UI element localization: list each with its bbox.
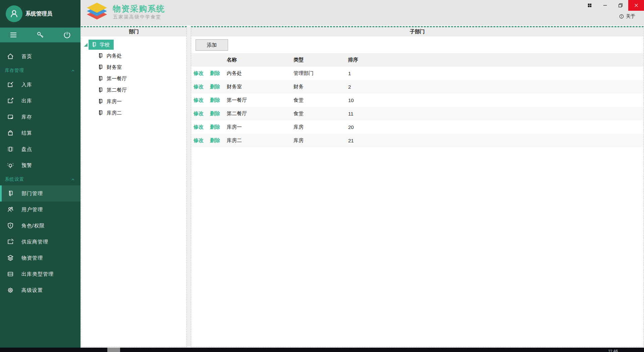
close-button[interactable] (628, 0, 644, 11)
delete-link[interactable]: 删除 (210, 137, 220, 144)
edit-link[interactable]: 修改 (194, 84, 204, 90)
sidebar-item[interactable]: 用户管理 (0, 202, 80, 218)
delete-link[interactable]: 删除 (210, 70, 220, 77)
add-button[interactable]: 添加 (196, 39, 228, 51)
cell-type: 库房 (293, 137, 348, 144)
delete-link[interactable]: 删除 (210, 124, 220, 130)
sidebar-item[interactable]: 库存 (0, 109, 80, 125)
chevron-up-icon (71, 177, 75, 182)
cell-sort: 2 (348, 84, 643, 90)
delete-link[interactable]: 删除 (210, 111, 220, 117)
restore-button[interactable] (613, 0, 628, 11)
power-icon (63, 31, 71, 39)
tree-node[interactable]: 库房一 (81, 96, 186, 107)
door-icon (7, 190, 14, 197)
app-window: 系统管理员 首页 库存管理 (0, 0, 644, 348)
layers-icon (7, 254, 14, 262)
cell-name: 库房一 (227, 124, 293, 130)
department-tree: 学校 内务处 财务室 第一餐厅 (81, 36, 186, 119)
tree-node-root[interactable]: 学校 (89, 40, 114, 50)
door-icon (97, 52, 104, 59)
sidebar-item-label: 结算 (21, 130, 32, 136)
tree-node[interactable]: 财务室 (81, 61, 186, 73)
grid-button[interactable] (582, 0, 597, 11)
tree-expander-icon[interactable] (84, 43, 88, 47)
tree-node[interactable]: 第一餐厅 (81, 73, 186, 84)
tree-node[interactable]: 库房二 (81, 107, 186, 119)
table-row: 修改 删除 第二餐厅 食堂 11 (191, 107, 643, 120)
tree-node[interactable]: 内务处 (81, 50, 186, 61)
home-icon (7, 53, 14, 60)
sidebar-item[interactable]: 角色/权限 (0, 218, 80, 234)
sidebar-item-label: 高级设置 (21, 287, 43, 294)
lock-button[interactable] (34, 28, 47, 42)
sidebar-item-label: 首页 (21, 53, 32, 60)
table-body: 修改 删除 内务处 管理部门 1 修改 删除 财务室 财 (191, 67, 643, 147)
sidebar-group-label: 库存管理 (5, 68, 24, 74)
outtype-icon (7, 270, 14, 278)
column-name: 名称 (227, 57, 293, 63)
tree-node-label: 财务室 (107, 64, 122, 71)
sidebar-toolbar (0, 28, 80, 42)
delete-link[interactable]: 删除 (210, 84, 220, 90)
sidebar-item[interactable]: 物资管理 (0, 250, 80, 266)
edit-link[interactable]: 修改 (194, 124, 204, 130)
close-icon (634, 3, 639, 8)
sidebar-group-inventory[interactable]: 库存管理 (0, 64, 80, 77)
sidebar-item-label: 物资管理 (21, 255, 43, 261)
sidebar-item[interactable]: 供应商管理 (0, 234, 80, 250)
sidebar-item[interactable]: 盘点 (0, 141, 80, 157)
sidebar-item-label: 出库类型管理 (21, 271, 54, 277)
content-area: 部门 学校 内务处 财务室 (80, 26, 644, 348)
cell-type: 食堂 (293, 111, 348, 117)
settle-icon (7, 129, 14, 137)
tree-node-label: 库房一 (107, 98, 122, 105)
sidebar-item[interactable]: 预警 (0, 157, 80, 173)
cell-sort: 20 (348, 124, 643, 130)
window-controls (582, 0, 644, 11)
door-icon (97, 64, 104, 71)
taskbar-clock[interactable]: 11:46 (608, 349, 618, 352)
edit-link[interactable]: 修改 (194, 70, 204, 77)
person-icon (9, 9, 19, 19)
minimize-button[interactable] (597, 0, 613, 11)
cell-sort: 11 (348, 111, 643, 117)
cell-name: 库房二 (227, 137, 293, 144)
sidebar-item[interactable]: 结算 (0, 125, 80, 141)
sidebar-item[interactable]: 出库类型管理 (0, 266, 80, 282)
sidebar-item[interactable]: 首页 (0, 48, 80, 64)
tree-node-label: 库房二 (107, 110, 122, 116)
restore-icon (618, 3, 623, 8)
user-name: 系统管理员 (25, 0, 52, 28)
app-subtitle: 五家渠高级中学食堂 (113, 14, 161, 20)
sidebar-item-label: 预警 (21, 162, 32, 169)
sidebar-menu: 首页 库存管理 入库 出库 (0, 42, 80, 348)
stock-icon (7, 113, 14, 121)
logout-button[interactable] (60, 28, 74, 42)
about-button[interactable]: 关于 (619, 13, 635, 19)
sidebar-group-system[interactable]: 系统设置 (0, 173, 80, 185)
cell-type: 管理部门 (293, 70, 348, 77)
delete-link[interactable]: 删除 (210, 97, 220, 103)
edit-link[interactable]: 修改 (194, 137, 204, 144)
tree-node[interactable]: 第二餐厅 (81, 84, 186, 96)
avatar (6, 5, 22, 22)
sidebar-item[interactable]: 部门管理 (0, 185, 80, 202)
titlebar: 物资采购系统 五家渠高级中学食堂 关于 (80, 0, 644, 26)
sidebar-item[interactable]: 出库 (0, 93, 80, 109)
sidebar-item[interactable]: 高级设置 (0, 282, 80, 298)
gear-icon (7, 287, 14, 294)
sidebar-item[interactable]: 入库 (0, 77, 80, 93)
cell-type: 食堂 (293, 97, 348, 103)
sidebar-item-label: 入库 (21, 82, 32, 88)
door-icon (97, 87, 104, 93)
table-header: 名称 类型 排序 (191, 53, 643, 67)
edit-link[interactable]: 修改 (194, 111, 204, 117)
stocktake-icon (7, 145, 14, 153)
panel-splitter[interactable] (187, 26, 191, 347)
key-icon (36, 31, 44, 39)
menu-toggle-button[interactable] (7, 28, 20, 42)
cell-sort: 21 (348, 138, 643, 143)
edit-link[interactable]: 修改 (194, 97, 204, 103)
taskbar-app-button[interactable] (107, 348, 120, 352)
